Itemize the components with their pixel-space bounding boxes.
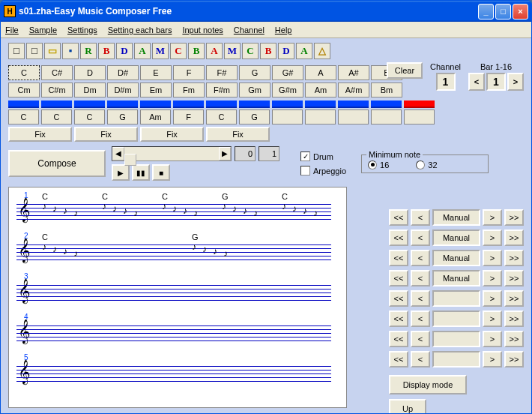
sequence-cell-6[interactable]: C — [206, 110, 237, 124]
new2-icon[interactable]: □ — [26, 43, 43, 59]
mode-7-first[interactable]: << — [389, 351, 408, 368]
slider-right-arrow[interactable]: ▶ — [219, 147, 231, 160]
fix-button-1[interactable]: Fix — [8, 127, 72, 142]
letter-button-4[interactable]: M — [152, 43, 169, 59]
mode-2-last[interactable]: >> — [504, 250, 524, 266]
chord-major-Dsharp[interactable]: D# — [107, 65, 139, 80]
mode-0-select[interactable]: Manual — [432, 209, 480, 226]
chord-major-F[interactable]: F — [173, 65, 205, 80]
mode-1-next[interactable]: > — [483, 230, 502, 246]
mode-7-prev[interactable]: < — [411, 351, 430, 368]
mode-5-select[interactable] — [432, 310, 480, 327]
menu-channel[interactable]: Channel — [234, 26, 265, 34]
mode-1-last[interactable]: >> — [504, 230, 524, 246]
mode-0-first[interactable]: << — [389, 209, 408, 226]
save-icon[interactable]: ▪ — [62, 43, 79, 59]
chord-minor-Am[interactable]: Am — [305, 82, 336, 98]
chord-minor-Cm[interactable]: Cm — [8, 82, 40, 98]
clear-button[interactable]: Clear — [387, 62, 423, 79]
chord-minor-Gsharpm[interactable]: G#m — [272, 82, 303, 98]
play-button[interactable]: ▶ — [112, 164, 130, 181]
sequence-cell-1[interactable]: C — [41, 110, 72, 124]
menu-sample[interactable]: Sample — [29, 26, 57, 34]
sequence-cell-9[interactable] — [305, 110, 336, 124]
sequence-cell-10[interactable] — [338, 110, 369, 124]
menu-input-notes[interactable]: Input notes — [182, 26, 223, 34]
sequence-cell-11[interactable] — [371, 110, 402, 124]
letter-button-0[interactable]: R — [80, 43, 97, 59]
mode-0-next[interactable]: > — [483, 209, 502, 226]
mode-4-prev[interactable]: < — [411, 290, 430, 307]
chord-minor-Asharpm[interactable]: A#m — [338, 82, 369, 98]
mode-3-prev[interactable]: < — [411, 270, 430, 286]
position-slider[interactable]: ◀ ▶ — [112, 146, 232, 161]
mode-7-select[interactable] — [432, 351, 480, 368]
chord-major-Asharp[interactable]: A# — [338, 65, 369, 80]
fix-button-2[interactable]: Fix — [74, 127, 138, 142]
letter-button-12[interactable]: A — [296, 43, 312, 59]
sequence-cell-8[interactable] — [272, 110, 303, 124]
chord-major-D[interactable]: D — [74, 65, 106, 80]
menu-setting-each-bars[interactable]: Setting each bars — [108, 26, 172, 34]
mode-1-select[interactable]: Manual — [432, 230, 480, 246]
slider-left-arrow[interactable]: ◀ — [112, 147, 124, 160]
mode-7-next[interactable]: > — [483, 351, 502, 368]
mode-5-last[interactable]: >> — [504, 310, 524, 327]
mode-6-last[interactable]: >> — [504, 331, 524, 347]
menu-help[interactable]: Help — [275, 26, 292, 34]
up-button[interactable]: Up — [389, 399, 426, 414]
mode-7-last[interactable]: >> — [504, 351, 524, 368]
mode-2-prev[interactable]: < — [411, 250, 430, 266]
sequence-cell-0[interactable]: C — [8, 110, 39, 124]
chord-major-E[interactable]: E — [140, 65, 172, 80]
fix-button-4[interactable]: Fix — [206, 127, 270, 142]
mode-1-prev[interactable]: < — [411, 230, 430, 246]
mode-1-first[interactable]: << — [389, 230, 408, 246]
mode-2-select[interactable]: Manual — [432, 250, 480, 266]
letter-button-2[interactable]: D — [116, 43, 133, 59]
chord-minor-Dm[interactable]: Dm — [74, 82, 106, 98]
mode-0-prev[interactable]: < — [411, 209, 430, 226]
slider-thumb[interactable] — [124, 154, 136, 166]
chord-major-A[interactable]: A — [305, 65, 336, 80]
minimize-button[interactable]: _ — [478, 4, 494, 20]
minnote-32-radio[interactable] — [416, 160, 425, 170]
letter-button-8[interactable]: M — [224, 43, 241, 59]
chord-major-Csharp[interactable]: C# — [41, 65, 73, 80]
mode-6-first[interactable]: << — [389, 331, 408, 347]
chord-major-G[interactable]: G — [239, 65, 270, 80]
letter-button-10[interactable]: B — [260, 43, 276, 59]
letter-button-3[interactable]: A — [134, 43, 151, 59]
mode-5-prev[interactable]: < — [411, 310, 430, 327]
chord-minor-Csharpm[interactable]: C#m — [41, 82, 73, 98]
mode-5-first[interactable]: << — [389, 310, 408, 327]
pause-button[interactable]: ▮▮ — [132, 164, 150, 181]
chord-major-Fsharp[interactable]: F# — [206, 65, 238, 80]
mode-3-first[interactable]: << — [389, 270, 408, 286]
mode-6-prev[interactable]: < — [411, 331, 430, 347]
chord-major-C[interactable]: C — [8, 65, 40, 80]
menu-settings[interactable]: Settings — [67, 26, 97, 34]
sequence-cell-12[interactable] — [404, 110, 435, 124]
stop-button[interactable]: ■ — [152, 164, 170, 181]
drum-checkbox[interactable]: ✓ — [300, 152, 310, 161]
mode-4-last[interactable]: >> — [504, 290, 524, 307]
mode-3-select[interactable]: Manual — [432, 270, 480, 286]
sequence-cell-7[interactable]: G — [239, 110, 270, 124]
mode-2-next[interactable]: > — [483, 250, 502, 266]
chord-minor-Fm[interactable]: Fm — [173, 82, 205, 98]
mode-3-last[interactable]: >> — [504, 270, 524, 286]
mode-4-next[interactable]: > — [483, 290, 502, 307]
display-mode-button[interactable]: Display mode — [389, 375, 467, 394]
arpeggio-checkbox[interactable] — [300, 166, 310, 176]
mode-2-first[interactable]: << — [389, 250, 408, 266]
mode-0-last[interactable]: >> — [504, 209, 524, 226]
maximize-button[interactable]: □ — [495, 4, 511, 20]
menu-file[interactable]: File — [5, 26, 19, 34]
chord-minor-Dsharpm[interactable]: D#m — [107, 82, 139, 98]
minnote-16-radio[interactable] — [368, 160, 377, 170]
chord-minor-Gm[interactable]: Gm — [239, 82, 270, 98]
sequence-cell-2[interactable]: C — [74, 110, 105, 124]
sequence-cell-3[interactable]: G — [107, 110, 138, 124]
letter-button-5[interactable]: C — [170, 43, 187, 59]
